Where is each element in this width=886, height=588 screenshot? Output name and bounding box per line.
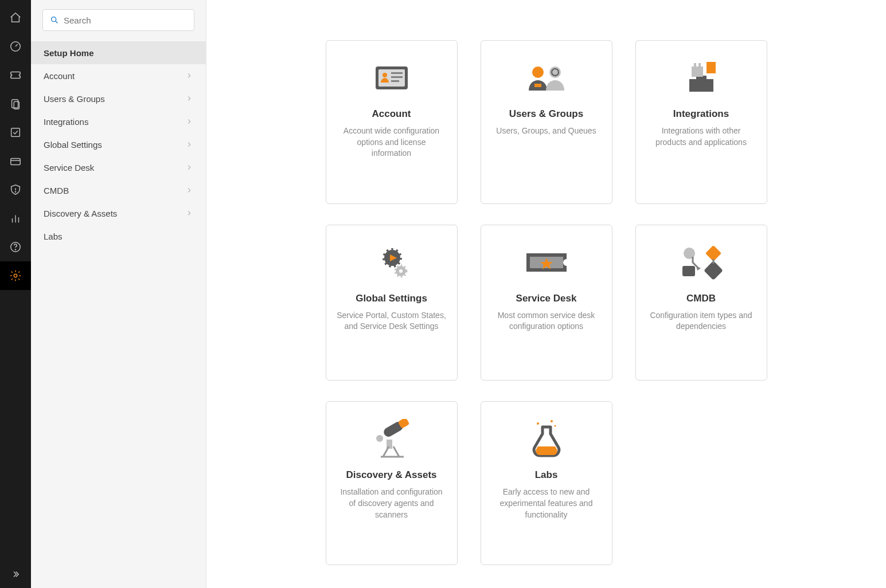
- svg-point-44: [551, 420, 553, 422]
- servicedesk-card-icon: [521, 240, 572, 285]
- chevron-right-icon: [185, 72, 193, 80]
- rail-help[interactable]: [0, 233, 31, 261]
- svg-rect-3: [11, 128, 20, 137]
- rail-settings[interactable]: [0, 261, 31, 290]
- card-description: Account wide configuration options and l…: [337, 126, 447, 159]
- svg-rect-23: [694, 63, 696, 68]
- svg-rect-14: [391, 76, 403, 78]
- integrations-card-icon: [679, 56, 724, 100]
- expand-icon: [10, 569, 21, 579]
- search-box[interactable]: [42, 9, 194, 31]
- sidebar-item-label: Integrations: [44, 117, 88, 127]
- search-icon: [50, 15, 59, 25]
- shield-icon: [9, 183, 22, 196]
- svg-point-45: [554, 425, 556, 427]
- search-input[interactable]: [64, 15, 194, 25]
- card-title: Labs: [535, 469, 558, 481]
- svg-point-7: [15, 249, 15, 250]
- card-users-groups[interactable]: Users & GroupsUsers, Groups, and Queues: [481, 40, 612, 204]
- clipboard-icon: [9, 97, 22, 110]
- card-description: Installation and configuration of discov…: [337, 487, 447, 520]
- rail-home[interactable]: [0, 3, 31, 32]
- card-title: Global Settings: [356, 293, 427, 304]
- discovery-card-icon: [366, 417, 417, 461]
- rail-gauge[interactable]: [0, 32, 31, 61]
- chevron-right-icon: [185, 186, 193, 194]
- svg-point-9: [52, 17, 56, 22]
- svg-rect-24: [698, 63, 701, 68]
- card-global-settings[interactable]: Global SettingsService Portal, Custom St…: [326, 225, 458, 381]
- card-description: Service Portal, Custom States, and Servi…: [337, 310, 447, 332]
- card-title: Account: [372, 108, 411, 120]
- chevron-right-icon: [185, 140, 193, 148]
- rail-card[interactable]: [0, 147, 31, 175]
- rail-shield[interactable]: [0, 175, 31, 204]
- rail-ticket[interactable]: [0, 61, 31, 89]
- sidebar-item-cmdb[interactable]: CMDB: [31, 179, 206, 202]
- svg-rect-37: [705, 245, 721, 261]
- card-title: CMDB: [686, 293, 716, 304]
- sidebar-item-label: Account: [44, 71, 75, 81]
- sidebar-item-label: Discovery & Assets: [44, 209, 117, 218]
- svg-rect-36: [704, 261, 723, 280]
- svg-point-41: [376, 435, 383, 442]
- card-cmdb[interactable]: CMDBConfiguration item types and depende…: [635, 225, 767, 381]
- sidebar-item-service-desk[interactable]: Service Desk: [31, 156, 206, 179]
- card-integrations[interactable]: IntegrationsIntegrations with other prod…: [635, 40, 767, 204]
- svg-rect-13: [391, 72, 403, 74]
- svg-point-12: [382, 73, 387, 77]
- sidebar-item-integrations[interactable]: Integrations: [31, 110, 206, 133]
- chevron-right-icon: [185, 163, 193, 171]
- rail-analytics[interactable]: [0, 204, 31, 233]
- labs-card-icon: [526, 417, 567, 461]
- cmdb-card-icon: [676, 240, 727, 285]
- settings-card-grid: AccountAccount wide configuration option…: [326, 40, 767, 565]
- card-service-desk[interactable]: Service DeskMost common service desk con…: [481, 225, 612, 381]
- sidebar-item-discovery-assets[interactable]: Discovery & Assets: [31, 202, 206, 225]
- settings-nav: Setup HomeAccountUsers & GroupsIntegrati…: [31, 41, 206, 248]
- sidebar-item-label: Labs: [44, 232, 63, 241]
- svg-point-43: [537, 422, 539, 425]
- card-description: Users, Groups, and Queues: [496, 126, 596, 137]
- svg-point-16: [532, 66, 544, 78]
- svg-rect-22: [692, 66, 703, 77]
- card-title: Users & Groups: [509, 108, 583, 120]
- card-title: Integrations: [673, 108, 729, 120]
- rail-approvals[interactable]: [0, 118, 31, 147]
- ticket-icon: [9, 69, 22, 81]
- svg-point-31: [399, 269, 403, 273]
- svg-rect-20: [689, 79, 713, 92]
- sidebar-item-label: Users & Groups: [44, 94, 105, 104]
- svg-point-8: [14, 274, 17, 277]
- sidebar-item-labs[interactable]: Labs: [31, 225, 206, 248]
- rail-clipboard[interactable]: [0, 89, 31, 118]
- card-labs[interactable]: LabsEarly access to new and experimental…: [481, 401, 612, 565]
- svg-rect-25: [707, 62, 716, 73]
- sidebar-item-account[interactable]: Account: [31, 64, 206, 87]
- card-description: Most common service desk configuration o…: [491, 310, 602, 332]
- help-icon: [9, 241, 22, 253]
- sidebar-item-label: Service Desk: [44, 163, 94, 173]
- sidebar-item-global-settings[interactable]: Global Settings: [31, 133, 206, 156]
- chevron-right-icon: [185, 209, 193, 217]
- sidebar-item-label: Global Settings: [44, 140, 102, 150]
- chevron-right-icon: [185, 117, 193, 126]
- card-description: Early access to new and experimental fea…: [491, 487, 602, 520]
- sidebar-item-label: CMDB: [44, 186, 69, 195]
- svg-rect-15: [391, 80, 399, 82]
- settings-icon: [9, 269, 22, 282]
- svg-rect-35: [682, 266, 695, 276]
- svg-rect-4: [11, 158, 21, 164]
- svg-rect-1: [12, 100, 18, 108]
- gauge-icon: [9, 40, 22, 53]
- main-content: AccountAccount wide configuration option…: [206, 0, 886, 588]
- approvals-icon: [9, 126, 22, 139]
- account-card-icon: [369, 56, 414, 100]
- sidebar-item-users-groups[interactable]: Users & Groups: [31, 87, 206, 110]
- settings-sidebar: Setup HomeAccountUsers & GroupsIntegrati…: [31, 0, 206, 588]
- rail-expand[interactable]: [0, 560, 31, 588]
- card-account[interactable]: AccountAccount wide configuration option…: [326, 40, 458, 204]
- card-discovery-assets[interactable]: Discovery & AssetsInstallation and confi…: [326, 401, 458, 565]
- svg-rect-17: [534, 84, 541, 87]
- sidebar-item-setup-home[interactable]: Setup Home: [31, 41, 206, 64]
